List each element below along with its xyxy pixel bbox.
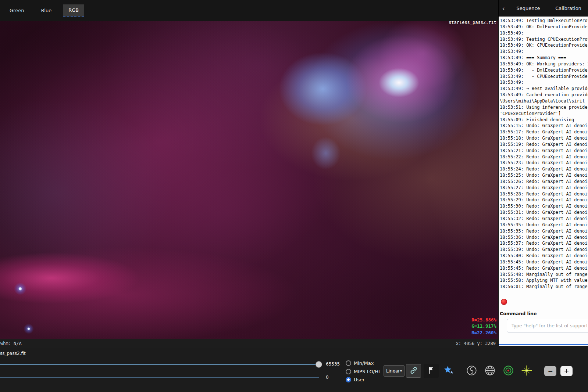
radio-mips-label: MIPS-LO/HI [354,369,380,374]
minus-icon: − [548,367,553,375]
cursor-coordinates: x: 4056 y: 3289 [456,341,496,346]
readout-red: R=25.886% [471,317,496,323]
command-line-label: Command line [500,311,537,316]
log-line: 18:53:49: - CPUExecutionProvider [500,73,588,80]
log-line: 18:55:35: Undo: GraXpert AI denoising [500,222,588,228]
log-line: 18:55:09: Finished denoising [500,117,588,123]
log-line: 18:53:49: Cached execution provider: C: [500,92,588,98]
chevron-down-icon: ▾ [400,369,402,373]
fwhm-status: whm: N/A [0,341,22,346]
log-line: 18:55:48: Marginally out of range val [500,271,588,278]
current-filename: ss_pass2.fit [0,351,26,356]
stop-button[interactable] [501,299,507,305]
log-line: 18:55:45: Redo: GraXpert AI denoising [500,265,588,271]
stretch-low-slider[interactable] [0,374,322,381]
status-bar: whm: N/A x: 4056 y: 3289 [0,339,498,348]
star-detection-button[interactable] [441,364,457,378]
log-line: 18:55:21: Undo: GraXpert AI denoising [500,148,588,154]
psf-star-button[interactable] [519,364,534,378]
log-line: 18:55:29: Undo: GraXpert AI denoising [500,197,588,203]
tab-calibration[interactable]: Calibration [548,3,588,13]
log-line: 18:55:26: Redo: GraXpert AI denoising [500,179,588,185]
log-line: 18:53:49: OK: Working providers: 2 [500,61,588,67]
radio-mips-lo-hi[interactable]: MIPS-LO/HI [346,368,380,375]
readout-blue: B=22.260% [471,330,496,336]
log-line: 18:55:36: Undo: GraXpert AI denoising [500,234,588,241]
stretch-high-track [0,364,319,365]
log-line: \Users\mihai\AppData\Local\siril [500,98,588,104]
chain-link-icon [409,366,418,376]
image-canvas[interactable]: starless_pass2.fit R=25.886% G=11.917% B… [0,21,498,339]
log-line: 18:55:24: Redo: GraXpert AI denoising [500,166,588,172]
log-line: 18:55:23: Undo: GraXpert AI denoising [500,160,588,166]
chevron-left-icon: ‹ [502,4,505,12]
log-line: 18:55:25: Undo: GraXpert AI denoising [500,172,588,179]
log-line: 18:53:49: Testing DmlExecutionProvider [500,18,588,24]
log-line: 18:53:49: [500,79,588,86]
log-line: 18:53:49: OK: CPUExecutionProvider wor [500,42,588,48]
photometry-button[interactable] [501,364,516,378]
log-line: 18:55:30: Redo: GraXpert AI denoising [500,203,588,209]
radio-user[interactable]: User [346,376,380,383]
log-line: 18:55:22: Redo: GraXpert AI denoising [500,154,588,160]
plus-icon: + [564,367,569,375]
radio-user-label: User [354,377,365,382]
log-line: 18:53:51: Using inference provider [' [500,104,588,111]
celestial-grid-button[interactable] [482,364,497,378]
bottom-toolbar: 65535 0 Min/Max MIPS-LO/HI User Linear ▾ [0,358,588,392]
channel-tabbar: Green Blue RGB [0,0,498,21]
radio-mips-circle[interactable] [346,369,351,374]
zoom-in-button[interactable]: + [560,366,573,376]
wire-globe-icon [484,365,496,378]
spiral-galaxy-icon [466,365,477,378]
log-line: 18:55:35: Redo: GraXpert AI denoising [500,228,588,234]
log-line: 18:56:01: Marginally out of range val [500,284,588,289]
log-line: 18:55:31: Undo: GraXpert AI denoising [500,209,588,216]
stretch-high-handle[interactable] [316,361,322,368]
log-line: 18:55:15: Undo: GraXpert AI denoising [500,123,588,129]
tab-rgb[interactable]: RGB [63,4,84,17]
pixel-readout: R=25.886% G=11.917% B=22.260% [471,317,496,336]
display-mode-dropdown[interactable]: Linear ▾ [384,365,405,377]
stretch-low-track [0,377,319,378]
log-line: 18:55:19: Redo: GraXpert AI denoising [500,141,588,148]
panel-accent-line [499,344,588,345]
display-mode-value: Linear [386,368,400,374]
spiral-galaxy-button[interactable] [464,364,479,378]
tab-green[interactable]: Green [4,5,29,16]
log-line: 18:55:32: Redo: GraXpert AI denoising [500,216,588,222]
zoom-out-button[interactable]: − [544,366,556,376]
collapse-panel-button[interactable]: ‹ [499,4,508,12]
log-line: 18:53:49: [500,48,588,55]
siril-app: Green Blue RGB starless_pass2.fit R=25.8… [0,0,588,392]
readout-green: G=11.917% [471,323,496,330]
log-line: 18:53:49: → Best available provider: D [500,86,588,92]
target-circles-icon [503,365,514,378]
tab-blue[interactable]: Blue [36,5,57,16]
command-input[interactable] [507,319,588,332]
filename-bar: ss_pass2.fit [0,348,498,358]
log-line: 18:55:39: Undo: GraXpert AI denoising [500,247,588,253]
log-line: 18:55:45: Undo: GraXpert AI denoising [500,259,588,265]
stretch-high-value: 65535 [326,362,340,367]
radio-minmax[interactable]: Min/Max [346,360,380,367]
log-line: 18:53:49: [500,30,588,36]
log-line: 18:53:49: Testing CPUExecutionProvider [500,36,588,43]
blue-stars-icon [443,365,454,377]
tab-sequence[interactable]: Sequence [508,3,548,13]
flag-tool-button[interactable] [424,364,439,378]
stretch-high-slider[interactable] [0,361,322,368]
radio-user-circle[interactable] [346,377,351,382]
log-line: 'CPUExecutionProvider'] [500,111,588,117]
spiked-star-icon [521,365,532,378]
log-line: 18:53:49: OK: DmlExecutionProvider wor [500,24,588,30]
console-panel-header: ‹ Sequence Calibration [499,0,588,17]
console-log[interactable]: 18:53:49: Testing DmlExecutionProvider 1… [499,17,588,289]
log-line: 18:55:18: Undo: GraXpert AI denoising [500,135,588,141]
radio-minmax-circle[interactable] [346,360,351,366]
log-line: 18:55:17: Redo: GraXpert AI denoising [500,129,588,135]
log-line: 18:55:40: Redo: GraXpert AI denoising [500,253,588,259]
link-channels-button[interactable] [406,364,421,378]
radio-minmax-label: Min/Max [354,360,374,366]
log-line: 18:55:27: Undo: GraXpert AI denoising [500,185,588,191]
